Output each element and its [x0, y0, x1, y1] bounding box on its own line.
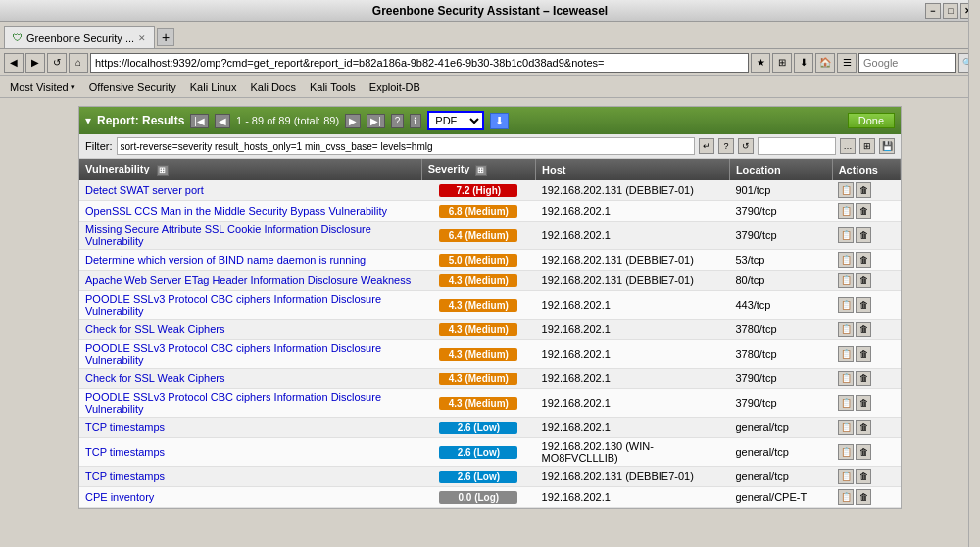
host-cell: 192.168.202.1 [536, 201, 730, 222]
bookmark-kali-docs[interactable]: Kali Docs [244, 80, 301, 94]
delete-icon[interactable]: 🗑 [856, 252, 871, 268]
filter-input[interactable] [117, 137, 696, 155]
vuln-link[interactable]: Missing Secure Attribute SSL Cookie Info… [85, 224, 371, 247]
filter-reset-button[interactable]: ↺ [738, 138, 754, 154]
back-button[interactable]: ◀ [4, 53, 24, 73]
vuln-cell: CPE inventory [79, 487, 421, 508]
vuln-link[interactable]: POODLE SSLv3 Protocol CBC ciphers Inform… [85, 293, 381, 317]
details-icon[interactable]: 📋 [838, 469, 854, 484]
home-button[interactable]: ⌂ [69, 53, 88, 73]
details-icon[interactable]: 📋 [838, 203, 854, 219]
download-button[interactable]: ⬇ [794, 53, 813, 73]
sort-vuln-icon[interactable]: ⊞ [157, 165, 169, 176]
prev-page-button[interactable]: ◀ [215, 114, 230, 128]
bookmark-kali-linux[interactable]: Kali Linux [184, 80, 243, 94]
severity-cell: 0.0 (Log) [421, 487, 535, 508]
last-page-button[interactable]: ▶| [367, 114, 385, 128]
vuln-link[interactable]: Detect SWAT server port [85, 184, 204, 196]
details-icon[interactable]: 📋 [838, 227, 854, 243]
vuln-link[interactable]: TCP timestamps [85, 471, 165, 482]
page-scrollbar[interactable] [968, 0, 980, 547]
vuln-link[interactable]: CPE inventory [85, 491, 154, 503]
vuln-link[interactable]: TCP timestamps [85, 422, 165, 433]
details-icon[interactable]: 📋 [838, 346, 854, 362]
severity-cell: 4.3 (Medium) [421, 389, 535, 418]
address-bar[interactable] [90, 53, 749, 73]
filter-export-button[interactable]: ⊞ [859, 138, 875, 154]
action-icons: 📋 🗑 [838, 273, 895, 288]
done-button[interactable]: Done [848, 113, 895, 128]
download-report-button[interactable]: ⬇ [490, 113, 509, 129]
bookmark-most-visited[interactable]: Most Visited ▾ [4, 80, 81, 94]
details-icon[interactable]: 📋 [838, 420, 854, 435]
delete-icon[interactable]: 🗑 [856, 273, 871, 288]
details-icon[interactable]: 📋 [838, 182, 854, 198]
actions-cell: 📋 🗑 [832, 320, 901, 340]
details-icon[interactable]: 📋 [838, 444, 854, 460]
delete-icon[interactable]: 🗑 [856, 203, 871, 219]
delete-icon[interactable]: 🗑 [856, 322, 871, 337]
minimize-button[interactable]: − [925, 3, 941, 19]
next-page-button[interactable]: ▶ [345, 114, 361, 128]
vuln-link[interactable]: Check for SSL Weak Ciphers [85, 323, 224, 335]
bookmark-exploit-db[interactable]: Exploit-DB [364, 80, 426, 94]
severity-badge: 5.0 (Medium) [439, 254, 517, 267]
vuln-link[interactable]: OpenSSL CCS Man in the Middle Security B… [85, 205, 387, 217]
home-nav-button[interactable]: 🏠 [815, 53, 835, 73]
delete-icon[interactable]: 🗑 [856, 182, 871, 198]
new-tab-button[interactable]: + [157, 28, 174, 46]
delete-icon[interactable]: 🗑 [856, 227, 871, 243]
details-icon[interactable]: 📋 [838, 489, 854, 505]
vuln-link[interactable]: POODLE SSLv3 Protocol CBC ciphers Inform… [85, 342, 381, 366]
vuln-link[interactable]: POODLE SSLv3 Protocol CBC ciphers Inform… [85, 391, 381, 415]
maximize-button[interactable]: □ [943, 3, 958, 19]
filter-label: Filter: [85, 140, 113, 152]
reload-button[interactable]: ↺ [47, 53, 67, 73]
bookmark-offensive-security[interactable]: Offensive Security [83, 80, 182, 94]
delete-icon[interactable]: 🗑 [856, 469, 871, 484]
tab-close-button[interactable]: ✕ [138, 33, 146, 43]
search-input[interactable] [858, 53, 956, 73]
filter-help-button[interactable]: ? [718, 138, 734, 154]
location-cell: general/tcp [729, 467, 832, 487]
delete-icon[interactable]: 🗑 [856, 297, 871, 313]
table-header: Vulnerability ⊞ Severity ⊞ Host Location… [79, 159, 901, 180]
bookmark-star[interactable]: ★ [751, 53, 770, 73]
bookmark-kali-tools[interactable]: Kali Tools [304, 80, 362, 94]
details-icon[interactable]: 📋 [838, 297, 854, 313]
details-icon[interactable]: 📋 [838, 371, 854, 386]
format-select[interactable]: PDF XML HTML [427, 111, 484, 130]
details-icon[interactable]: 📋 [838, 322, 854, 337]
delete-icon[interactable]: 🗑 [856, 489, 871, 505]
forward-button[interactable]: ▶ [25, 53, 45, 73]
sort-sev-icon[interactable]: ⊞ [475, 165, 487, 176]
delete-icon[interactable]: 🗑 [856, 444, 871, 460]
details-icon[interactable]: 📋 [838, 273, 854, 288]
actions-cell: 📋 🗑 [832, 250, 901, 271]
vuln-link[interactable]: Check for SSL Weak Ciphers [85, 373, 224, 384]
vuln-link[interactable]: TCP timestamps [85, 446, 165, 458]
vuln-link[interactable]: Determine which version of BIND name dae… [85, 254, 366, 266]
delete-icon[interactable]: 🗑 [856, 346, 871, 362]
filter-apply-button[interactable]: ↵ [699, 138, 714, 154]
filter-search-input[interactable] [758, 137, 836, 155]
location-cell: 3790/tcp [729, 389, 832, 418]
delete-icon[interactable]: 🗑 [856, 395, 871, 411]
filter-search-button[interactable]: … [840, 138, 856, 154]
info-button[interactable]: ℹ [410, 114, 421, 128]
report-arrow-icon[interactable]: ▾ [85, 114, 91, 127]
vuln-link[interactable]: Apache Web Server ETag Header Informatio… [85, 274, 411, 286]
delete-icon[interactable]: 🗑 [856, 420, 871, 435]
actions-cell: 📋 🗑 [832, 291, 901, 320]
table-body: Detect SWAT server port 7.2 (High) 192.1… [79, 180, 901, 508]
details-icon[interactable]: 📋 [838, 252, 854, 268]
browser-tab[interactable]: 🛡 Greenbone Security ... ✕ [4, 26, 155, 48]
menu-button[interactable]: ☰ [837, 53, 857, 73]
first-page-button[interactable]: |◀ [190, 114, 209, 128]
help-button[interactable]: ? [391, 114, 405, 128]
action-icons: 📋 🗑 [838, 203, 895, 219]
bookmark-add[interactable]: ⊞ [772, 53, 792, 73]
delete-icon[interactable]: 🗑 [856, 371, 871, 386]
filter-save-button[interactable]: 💾 [879, 138, 895, 154]
details-icon[interactable]: 📋 [838, 395, 854, 411]
